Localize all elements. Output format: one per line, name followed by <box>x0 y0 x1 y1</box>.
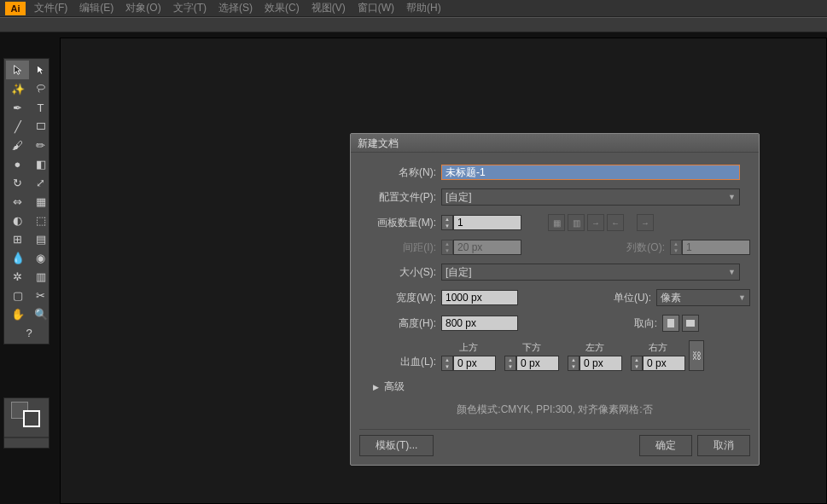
slice-tool[interactable]: ✂ <box>29 286 52 304</box>
toolbar: ✨ ✒ T ╱ 🖌 ✏ ● ◧ ↻ ⤢ ⇔ ▦ ◐ ⬚ ⊞ ▤ 💧 ◉ ✲ ▥ … <box>3 58 50 345</box>
free-transform-tool[interactable]: ▦ <box>29 192 52 211</box>
bleed-bottom-stepper[interactable]: ▲▼ <box>504 356 516 371</box>
height-label: 高度(H): <box>359 316 441 331</box>
swatch-1[interactable] <box>4 437 19 438</box>
bleed-top-stepper[interactable]: ▲▼ <box>441 356 453 371</box>
menu-edit[interactable]: 编辑(E) <box>79 1 114 15</box>
pen-tool[interactable]: ✒ <box>6 98 29 117</box>
paintbrush-tool[interactable]: 🖌 <box>6 136 29 154</box>
advanced-toggle[interactable]: ▶ 高级 <box>373 379 750 394</box>
svg-rect-3 <box>686 320 695 327</box>
svg-point-0 <box>37 85 44 90</box>
artboards-stepper[interactable]: ▲▼ <box>441 215 453 230</box>
lasso-tool[interactable] <box>29 79 52 98</box>
profile-select[interactable]: [自定]▼ <box>441 188 740 206</box>
bleed-right-stepper[interactable]: ▲▼ <box>631 356 643 371</box>
swatch-3[interactable] <box>34 437 49 438</box>
zoom-tool[interactable]: 🔍 <box>29 304 52 323</box>
ok-button[interactable]: 确定 <box>639 435 692 456</box>
columns-label: 列数(O): <box>617 240 670 255</box>
bleed-right-input[interactable] <box>643 356 685 371</box>
width-tool[interactable]: ⇔ <box>6 192 29 211</box>
size-select[interactable]: [自定]▼ <box>441 264 740 281</box>
profile-value: [自定] <box>446 190 472 205</box>
menu-type[interactable]: 文字(T) <box>173 1 207 15</box>
magic-wand-tool[interactable]: ✨ <box>6 79 29 98</box>
color-swatches <box>3 397 50 449</box>
svg-rect-2 <box>667 319 674 327</box>
main-area: ✨ ✒ T ╱ 🖌 ✏ ● ◧ ↻ ⤢ ⇔ ▦ ◐ ⬚ ⊞ ▤ 💧 ◉ ✲ ▥ … <box>0 32 827 504</box>
hand-tool[interactable]: ✋ <box>6 304 29 323</box>
chevron-down-icon: ▼ <box>738 293 746 302</box>
app-logo: Ai <box>5 2 26 15</box>
control-bar <box>0 17 827 32</box>
blob-brush-tool[interactable]: ● <box>6 154 29 173</box>
menu-select[interactable]: 选择(S) <box>218 1 253 15</box>
units-select[interactable]: 像素▼ <box>656 289 750 306</box>
svg-rect-1 <box>37 124 44 130</box>
name-label: 名称(N): <box>359 165 441 180</box>
perspective-tool[interactable]: ⬚ <box>29 211 52 229</box>
cancel-button[interactable]: 取消 <box>697 435 750 456</box>
stroke-color[interactable] <box>23 410 40 427</box>
artboards-label: 画板数量(M): <box>359 216 441 230</box>
triangle-right-icon: ▶ <box>373 383 379 391</box>
bleed-left-stepper[interactable]: ▲▼ <box>568 356 579 371</box>
menu-object[interactable]: 对象(O) <box>125 1 160 15</box>
width-input[interactable] <box>441 290 518 305</box>
name-input[interactable] <box>441 165 740 180</box>
bleed-bottom-input[interactable] <box>516 356 559 371</box>
selection-tool[interactable] <box>6 61 29 79</box>
swatch-2[interactable] <box>19 437 33 438</box>
help-tool[interactable]: ? <box>6 323 52 342</box>
orient-landscape[interactable] <box>682 315 699 332</box>
bleed-right-label: 右方 <box>649 341 667 354</box>
menu-help[interactable]: 帮助(H) <box>406 1 441 15</box>
blend-tool[interactable]: ◉ <box>29 248 52 267</box>
rectangle-tool[interactable] <box>29 117 52 136</box>
shape-builder-tool[interactable]: ◐ <box>6 211 29 229</box>
arrow-right-icon: → <box>637 214 654 231</box>
advanced-label: 高级 <box>384 379 405 394</box>
menu-view[interactable]: 视图(V) <box>312 1 346 15</box>
bleed-top-input[interactable] <box>453 356 496 371</box>
height-input[interactable] <box>441 316 518 331</box>
scale-tool[interactable]: ⤢ <box>29 173 52 192</box>
chevron-down-icon: ▼ <box>728 193 736 201</box>
profile-label: 配置文件(P): <box>359 190 441 205</box>
bleed-label: 出血(L): <box>359 355 441 371</box>
artboard-tool[interactable]: ▢ <box>6 286 29 304</box>
dialog-title: 新建文档 <box>351 134 759 153</box>
menu-window[interactable]: 窗口(W) <box>358 1 394 15</box>
row-ltr-icon: → <box>587 214 604 231</box>
bleed-top-label: 上方 <box>459 341 478 354</box>
mode-info: 颜色模式:CMYK, PPI:300, 对齐像素网格:否 <box>359 403 750 417</box>
units-label: 单位(U): <box>603 291 656 305</box>
orient-portrait[interactable] <box>662 315 679 332</box>
symbol-sprayer-tool[interactable]: ✲ <box>6 267 29 286</box>
eraser-tool[interactable]: ◧ <box>29 154 52 173</box>
menu-bar: Ai 文件(F) 编辑(E) 对象(O) 文字(T) 选择(S) 效果(C) 视… <box>0 0 827 17</box>
grid-by-col-icon: ▥ <box>568 214 585 231</box>
pencil-tool[interactable]: ✏ <box>29 136 52 154</box>
gradient-tool[interactable]: ▤ <box>29 229 52 248</box>
spacing-stepper: ▲▼ <box>441 240 453 255</box>
line-tool[interactable]: ╱ <box>6 117 29 136</box>
menu-file[interactable]: 文件(F) <box>34 1 67 15</box>
graph-tool[interactable]: ▥ <box>29 267 52 286</box>
eyedropper-tool[interactable]: 💧 <box>6 248 29 267</box>
artboards-input[interactable] <box>453 215 521 230</box>
type-tool[interactable]: T <box>29 98 52 117</box>
bleed-left-input[interactable] <box>579 356 622 371</box>
width-label: 宽度(W): <box>359 291 441 305</box>
menu-effect[interactable]: 效果(C) <box>265 1 300 15</box>
mesh-tool[interactable]: ⊞ <box>6 229 29 248</box>
size-value: [自定] <box>446 265 472 280</box>
direct-selection-tool[interactable] <box>29 61 52 79</box>
bleed-left-label: 左方 <box>585 341 604 354</box>
rotate-tool[interactable]: ↻ <box>6 173 29 192</box>
template-button[interactable]: 模板(T)... <box>359 435 434 456</box>
columns-stepper: ▲▼ <box>670 240 682 255</box>
columns-input <box>682 240 750 255</box>
link-bleed-icon[interactable]: ⛓ <box>689 340 704 371</box>
